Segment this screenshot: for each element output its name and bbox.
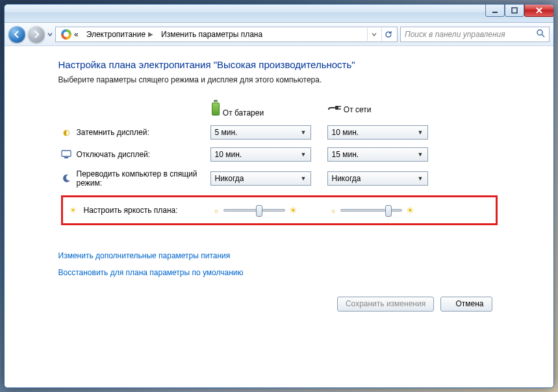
minimize-button[interactable] [485, 4, 505, 17]
battery-icon [210, 100, 221, 116]
svg-line-5 [542, 34, 544, 37]
save-button[interactable]: Сохранить изменения [337, 297, 434, 312]
monitor-icon [61, 149, 71, 160]
row-dim-display: ◐Затемнить дисплей: 5 мин.▼ 10 мин.▼ [58, 121, 500, 143]
caret-down-icon: ▼ [418, 129, 424, 136]
links-section: Изменить дополнительные параметры питани… [58, 251, 500, 277]
brightness-ac-slider[interactable] [340, 209, 402, 212]
dim-ac-select[interactable]: 10 мин.▼ [327, 125, 428, 140]
row-turnoff-display: Отключать дисплей: 10 мин.▼ 15 мин.▼ [58, 143, 500, 165]
sun-max-icon: ☀ [406, 205, 414, 215]
sun-min-icon: ☼ [214, 207, 220, 214]
turnoff-ac-select[interactable]: 15 мин.▼ [327, 147, 428, 162]
col-ac-label: От сети [344, 105, 372, 114]
dim-battery-select[interactable]: 5 мин.▼ [210, 125, 311, 140]
svg-rect-9 [62, 151, 71, 156]
plug-icon [327, 103, 342, 112]
breadcrumb-back-prefix: « [74, 30, 79, 39]
refresh-button[interactable] [381, 28, 394, 41]
moon-icon [61, 173, 71, 184]
svg-rect-10 [64, 157, 68, 158]
sleep-battery-select[interactable]: Никогда▼ [210, 171, 311, 186]
dim-icon: ◐ [61, 127, 71, 138]
search-placeholder: Поиск в панели управления [405, 30, 505, 39]
navbar: « Электропитание ▶ Изменить параметры пл… [5, 23, 553, 46]
close-button[interactable] [524, 4, 554, 17]
svg-rect-1 [512, 8, 517, 13]
address-dropdown-icon[interactable] [367, 28, 380, 41]
sun-max-icon: ☀ [289, 205, 298, 215]
page-title: Настройка плана электропитания "Высокая … [58, 59, 500, 70]
caret-down-icon: ▼ [418, 151, 424, 158]
cancel-button[interactable]: Отмена [440, 297, 492, 312]
address-bar[interactable]: « Электропитание ▶ Изменить параметры пл… [55, 27, 398, 42]
titlebar [5, 5, 553, 23]
search-icon[interactable] [536, 29, 545, 40]
nav-forward-button[interactable] [28, 26, 45, 43]
content-area: Настройка плана электропитания "Высокая … [5, 46, 553, 387]
brightness-highlight: ☀Настроить яркость плана: ☼ ☀ [61, 195, 498, 225]
search-input[interactable]: Поиск в панели управления [400, 27, 550, 42]
button-bar: Сохранить изменения Отмена [58, 297, 500, 312]
row-sleep: Переводить компьютер в спящий режим: Ник… [58, 165, 500, 191]
maximize-button[interactable] [505, 4, 524, 17]
sleep-ac-select[interactable]: Никогда▼ [327, 171, 428, 186]
settings-grid: От батареи От сети ◐Затемнить дисплей: 5… [58, 96, 500, 229]
col-battery-label: От батареи [223, 108, 264, 117]
row-brightness: ☀Настроить яркость плана: ☼ ☀ [58, 191, 500, 229]
sun-min-icon: ☼ [331, 207, 336, 214]
breadcrumb-seg-2[interactable]: Изменить параметры плана [157, 27, 266, 42]
breadcrumb-seg-1[interactable]: Электропитание ▶ [82, 27, 157, 42]
control-panel-window: « Электропитание ▶ Изменить параметры пл… [4, 4, 554, 388]
power-options-icon [61, 29, 71, 40]
page-subtitle: Выберите параметры спящего режима и дисп… [58, 75, 500, 84]
caret-down-icon: ▼ [301, 129, 307, 136]
caret-down-icon: ▼ [418, 175, 424, 182]
caret-down-icon: ▼ [301, 151, 307, 158]
link-advanced-settings[interactable]: Изменить дополнительные параметры питани… [58, 251, 500, 260]
chevron-right-icon: ▶ [148, 31, 153, 38]
sun-icon: ☀ [68, 205, 79, 215]
brightness-battery-slider[interactable] [223, 209, 285, 212]
svg-point-4 [537, 30, 542, 35]
caret-down-icon: ▼ [301, 175, 307, 182]
svg-rect-6 [335, 106, 338, 110]
breadcrumb-root[interactable]: « [57, 27, 82, 42]
nav-back-button[interactable] [8, 26, 25, 43]
turnoff-battery-select[interactable]: 10 мин.▼ [210, 147, 311, 162]
link-restore-defaults[interactable]: Восстановить для плана параметры по умол… [58, 268, 500, 277]
nav-history-dropdown-icon[interactable] [47, 31, 53, 38]
